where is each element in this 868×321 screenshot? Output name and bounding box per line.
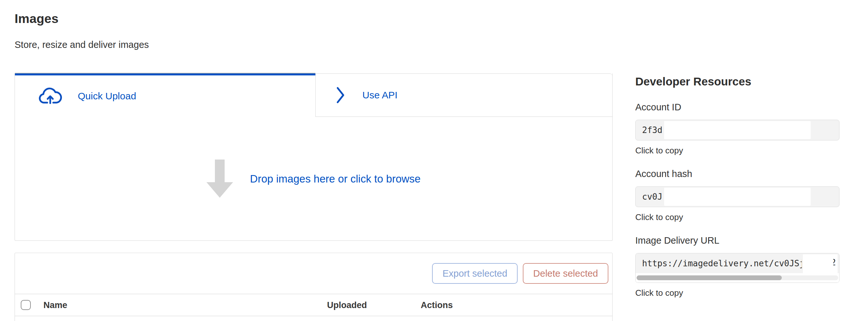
export-selected-button[interactable]: Export selected (432, 263, 518, 284)
image-delivery-url-field[interactable]: https://imagedelivery.net/cv0JSj 2 (635, 253, 839, 283)
dropzone[interactable]: Drop images here or click to browse (15, 117, 612, 241)
tab-use-api[interactable]: Use API (315, 73, 612, 117)
redaction-tail-fragment: 2 (833, 258, 836, 269)
select-all-checkbox[interactable] (21, 300, 31, 310)
table-header-row: Name Uploaded Actions (15, 294, 612, 316)
account-id-value: 2f3d (642, 125, 662, 135)
image-delivery-url-text-row: https://imagedelivery.net/cv0JSj 2 (636, 253, 839, 273)
image-delivery-url-value: https://imagedelivery.net/cv0JS (642, 258, 799, 268)
account-hash-field[interactable]: cv0J (635, 186, 839, 207)
account-id-label: Account ID (635, 102, 839, 113)
clipped-character: j (799, 258, 802, 268)
account-id-copy-hint: Click to copy (635, 146, 839, 156)
tab-quick-upload[interactable]: Quick Upload (15, 73, 315, 117)
url-scrollbar-area (636, 273, 839, 283)
account-hash-copy-hint: Click to copy (635, 212, 839, 222)
column-header-name: Name (43, 300, 67, 310)
account-hash-label: Account hash (635, 169, 839, 179)
account-hash-value: cv0J (642, 192, 662, 202)
redaction-overlay (664, 188, 811, 206)
table-toolbar: Export selected Delete selected (15, 253, 612, 294)
upload-card: Quick Upload Use API Drop images here or… (14, 73, 613, 241)
redaction-overlay (664, 121, 811, 139)
tab-quick-upload-label: Quick Upload (78, 91, 136, 102)
page-title: Images (14, 12, 613, 26)
delete-selected-button[interactable]: Delete selected (523, 263, 609, 284)
image-delivery-url-copy-hint: Click to copy (635, 288, 839, 298)
main-column: Images Store, resize and deliver images … (14, 0, 613, 241)
page-subtitle: Store, resize and deliver images (14, 39, 613, 50)
cloud-upload-icon (36, 86, 65, 106)
developer-resources-panel: Developer Resources Account ID 2f3d Clic… (635, 75, 839, 298)
dropzone-label: Drop images here or click to browse (250, 173, 421, 185)
images-table-card: Export selected Delete selected Name Upl… (14, 253, 613, 321)
developer-resources-heading: Developer Resources (635, 75, 839, 88)
image-delivery-url-label: Image Delivery URL (635, 235, 839, 246)
account-id-field[interactable]: 2f3d (635, 120, 839, 140)
column-header-actions: Actions (421, 300, 453, 310)
arrow-down-icon (207, 159, 233, 199)
chevron-right-icon (336, 86, 345, 104)
column-header-uploaded: Uploaded (327, 300, 367, 310)
tab-use-api-label: Use API (362, 90, 397, 101)
redaction-overlay (803, 254, 838, 273)
horizontal-scrollbar-thumb[interactable] (637, 275, 782, 280)
upload-tabs: Quick Upload Use API (15, 73, 612, 117)
